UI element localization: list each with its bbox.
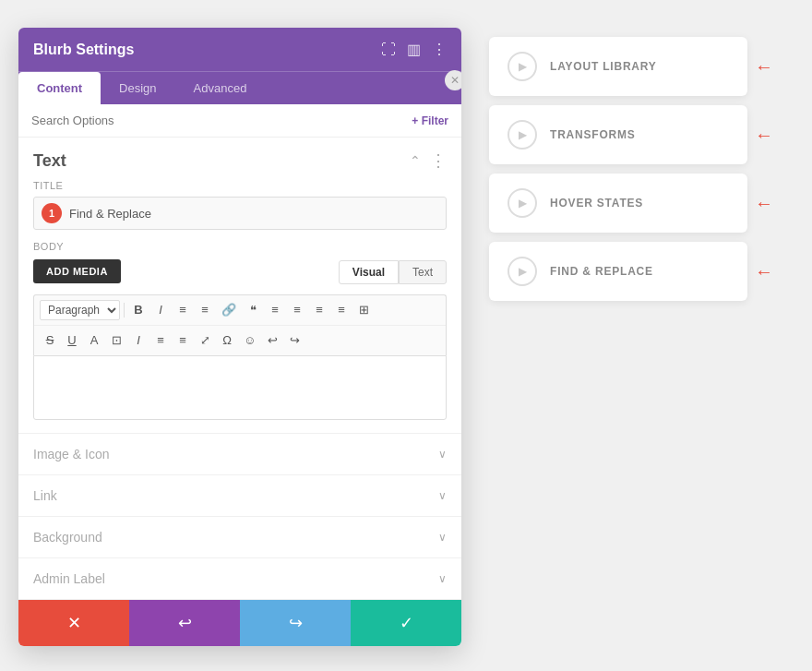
cancel-button[interactable]: ✕ [18, 600, 129, 646]
indent-button[interactable]: ≡ [150, 330, 171, 352]
hover-states-label: HOVER STATES [550, 197, 643, 210]
align-left-button[interactable]: ≡ [265, 299, 285, 321]
layout-library-play-icon: ▶ [508, 52, 537, 81]
add-media-button[interactable]: ADD MEDIA [33, 259, 121, 283]
fullscreen-button[interactable]: ⤢ [195, 330, 215, 352]
layout-library-arrow: ← [755, 56, 773, 78]
image-icon-chevron: ∨ [438, 448, 447, 461]
find-replace-play-icon: ▶ [508, 257, 537, 286]
undo2-button[interactable]: ↩ [262, 330, 282, 352]
bold-button[interactable]: B [128, 299, 149, 321]
admin-label-title: Admin Label [33, 571, 105, 586]
undo-button[interactable]: ↩ [129, 600, 240, 646]
modal-tabs: Content Design Advanced ✕ [18, 71, 461, 104]
redo2-button[interactable]: ↪ [284, 330, 304, 352]
hover-states-item[interactable]: ▶ HOVER STATES ← [489, 174, 747, 233]
tab-content[interactable]: Content [18, 72, 101, 104]
title-badge: 1 [42, 203, 62, 223]
hover-states-arrow: ← [755, 193, 773, 214]
text-section-title: Text [33, 151, 66, 171]
find-replace-arrow: ← [755, 261, 773, 282]
search-bar: + Filter [18, 104, 461, 138]
title-field-group: Title 1 [18, 180, 461, 241]
find-replace-label: FIND & REPLACE [550, 265, 653, 278]
layout-library-item[interactable]: ▶ LAYOUT LIBRARY ← [489, 37, 747, 96]
close-button[interactable]: ✕ [445, 70, 461, 90]
editor-body[interactable] [33, 355, 447, 420]
title-field-label: Title [33, 180, 447, 191]
section-actions: ⌃ ⋮ [410, 150, 447, 171]
more-icon[interactable]: ⋮ [432, 41, 447, 58]
editor-toolbar: Paragraph B I ≡ ≡ 🔗 ❝ ≡ ≡ ≡ ≡ ⊞ [33, 294, 447, 355]
modal-footer: ✕ ↩ ↪ ✓ [18, 599, 461, 646]
modal-header: Blurb Settings ⛶ ▥ ⋮ [18, 28, 461, 71]
tab-text[interactable]: Text [399, 260, 447, 284]
find-replace-item[interactable]: ▶ FIND & REPLACE ← [489, 242, 747, 301]
modal-header-icons: ⛶ ▥ ⋮ [381, 41, 447, 58]
body-section: Body ADD MEDIA Visual Text Paragraph B [18, 241, 461, 433]
background-title: Background [33, 530, 102, 545]
link-title: Link [33, 488, 57, 503]
ul-button[interactable]: ≡ [173, 299, 193, 321]
image-icon-section[interactable]: Image & Icon ∨ [18, 433, 461, 474]
chevron-up-icon[interactable]: ⌃ [410, 153, 421, 168]
blurb-settings-modal: Blurb Settings ⛶ ▥ ⋮ Content Design Adva… [18, 28, 461, 646]
body-label: Body [33, 241, 447, 252]
transforms-item[interactable]: ▶ TRANSFORMS ← [489, 105, 747, 164]
table-button[interactable]: ⊞ [353, 299, 374, 321]
ol-button[interactable]: ≡ [195, 299, 215, 321]
toolbar-row-1: Paragraph B I ≡ ≡ 🔗 ❝ ≡ ≡ ≡ ≡ ⊞ [34, 295, 446, 325]
hover-states-play-icon: ▶ [508, 188, 537, 218]
strikethrough-button[interactable]: S [40, 330, 60, 352]
link-section[interactable]: Link ∨ [18, 474, 461, 516]
emoji-button[interactable]: ☺ [239, 330, 260, 352]
align-center-button[interactable]: ≡ [287, 299, 307, 321]
search-input[interactable] [31, 114, 412, 127]
right-panel: ▶ LAYOUT LIBRARY ← ▶ TRANSFORMS ← ▶ HOVE… [489, 28, 747, 301]
editor-tabs: Visual Text [339, 260, 447, 284]
toolbar-row-2: S U A ⊡ I ≡ ≡ ⤢ Ω ☺ ↩ ↪ [34, 325, 446, 355]
text-section-header: Text ⌃ ⋮ [18, 138, 461, 180]
redo-button[interactable]: ↪ [240, 600, 351, 646]
paste-button[interactable]: ⊡ [106, 330, 126, 352]
italic2-button[interactable]: I [128, 330, 149, 352]
color-button[interactable]: A [84, 330, 104, 352]
tab-visual[interactable]: Visual [339, 260, 399, 284]
transforms-arrow: ← [755, 125, 773, 146]
blockquote-button[interactable]: ❝ [243, 299, 263, 321]
link-button[interactable]: 🔗 [217, 299, 241, 321]
tab-design[interactable]: Design [101, 72, 174, 104]
confirm-button[interactable]: ✓ [351, 600, 461, 646]
paragraph-select[interactable]: Paragraph [40, 300, 120, 320]
italic-button[interactable]: I [150, 299, 171, 321]
underline-button[interactable]: U [62, 330, 82, 352]
section-dots-icon[interactable]: ⋮ [430, 150, 447, 171]
outdent-button[interactable]: ≡ [173, 330, 193, 352]
align-justify-button[interactable]: ≡ [331, 299, 352, 321]
title-input[interactable] [69, 199, 446, 228]
layout-library-label: LAYOUT LIBRARY [550, 60, 657, 73]
page-wrapper: Blurb Settings ⛶ ▥ ⋮ Content Design Adva… [18, 28, 794, 646]
admin-label-chevron: ∨ [438, 572, 447, 585]
background-chevron: ∨ [438, 531, 447, 544]
modal-title: Blurb Settings [33, 42, 134, 58]
toolbar-sep-1 [124, 303, 125, 318]
title-input-wrapper: 1 [33, 197, 447, 230]
transforms-play-icon: ▶ [508, 120, 537, 150]
columns-icon[interactable]: ▥ [407, 41, 421, 58]
background-section[interactable]: Background ∨ [18, 516, 461, 557]
align-right-button[interactable]: ≡ [309, 299, 329, 321]
filter-button[interactable]: + Filter [412, 114, 448, 127]
link-chevron: ∨ [438, 489, 447, 502]
modal-content: Text ⌃ ⋮ Title 1 Body ADD MEDIA [18, 138, 461, 599]
admin-label-section[interactable]: Admin Label ∨ [18, 557, 461, 599]
tab-advanced[interactable]: Advanced [175, 72, 266, 104]
focus-icon[interactable]: ⛶ [381, 42, 396, 58]
special-chars-button[interactable]: Ω [217, 330, 237, 352]
transforms-label: TRANSFORMS [550, 128, 636, 141]
image-icon-title: Image & Icon [33, 447, 110, 461]
